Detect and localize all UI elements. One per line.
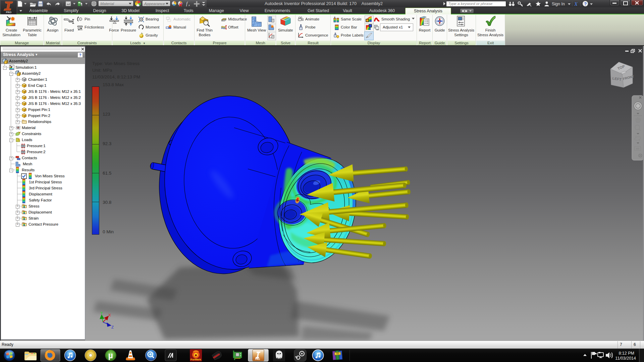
svg-text:PRO: PRO — [255, 358, 260, 360]
svg-text:x: x — [188, 3, 190, 7]
svg-text:?: ? — [584, 2, 587, 6]
svg-text:11/03/2014: 11/03/2014 — [615, 356, 636, 361]
svg-text:µ: µ — [108, 351, 113, 360]
svg-text:Material: Material — [100, 2, 114, 6]
svg-text:X: X — [574, 1, 578, 7]
svg-text:FurMark: FurMark — [191, 358, 201, 361]
svg-text:f: f — [186, 1, 188, 6]
svg-text:Z: Z — [111, 325, 114, 329]
svg-text:Appearance: Appearance — [144, 2, 165, 6]
svg-text:Y: Y — [100, 311, 103, 315]
svg-text:8:12 PM: 8:12 PM — [619, 351, 634, 356]
svg-text:Sign In: Sign In — [552, 2, 565, 6]
svg-text:X: X — [108, 313, 111, 317]
